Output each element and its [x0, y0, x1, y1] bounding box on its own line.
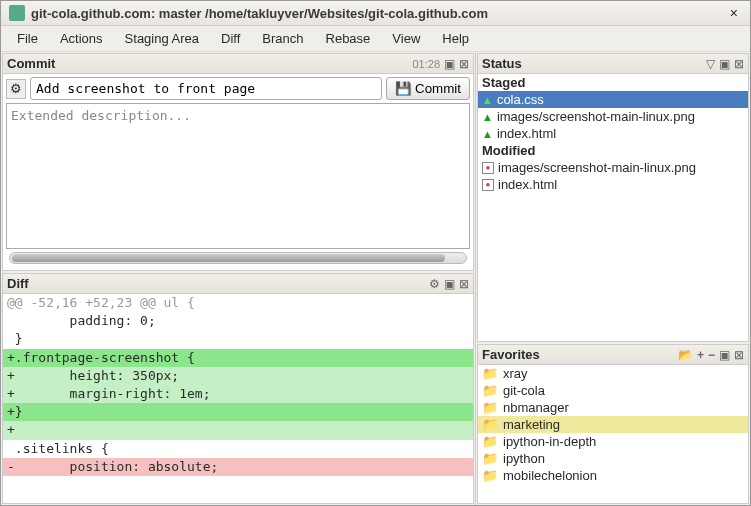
- app-icon: [9, 5, 25, 21]
- favorite-item[interactable]: 📁ipython-in-depth: [478, 433, 748, 450]
- commit-button[interactable]: 💾Commit: [386, 77, 470, 100]
- close-panel-icon[interactable]: ⊠: [734, 348, 744, 362]
- diff-line: .sitelinks {: [3, 440, 473, 458]
- menubar: FileActionsStaging AreaDiffBranchRebaseV…: [1, 26, 750, 52]
- favorite-name: xray: [503, 366, 528, 381]
- staged-icon: ▲: [482, 128, 493, 140]
- folder-icon: 📁: [482, 366, 498, 381]
- commit-summary-input[interactable]: [30, 77, 382, 100]
- gear-icon[interactable]: ⚙: [6, 79, 26, 99]
- favorite-name: nbmanager: [503, 400, 569, 415]
- window-title: git-cola.github.com: master /home/takluy…: [31, 6, 726, 21]
- favorite-item[interactable]: 📁git-cola: [478, 382, 748, 399]
- diff-line: @@ -52,16 +52,23 @@ ul {: [3, 294, 473, 312]
- commit-panel-title: Commit: [7, 56, 412, 71]
- undock-icon[interactable]: ▣: [719, 57, 730, 71]
- close-panel-icon[interactable]: ⊠: [459, 57, 469, 71]
- diff-line: }: [3, 330, 473, 348]
- diff-line: + height: 350px;: [3, 367, 473, 385]
- favorite-item[interactable]: 📁mobilechelonion: [478, 467, 748, 484]
- favorite-name: ipython-in-depth: [503, 434, 596, 449]
- folder-icon: 📁: [482, 451, 498, 466]
- file-row[interactable]: ▲cola.css: [478, 91, 748, 108]
- menu-view[interactable]: View: [382, 29, 430, 48]
- favorite-name: marketing: [503, 417, 560, 432]
- scrollbar[interactable]: [9, 252, 467, 264]
- folder-icon: 📁: [482, 400, 498, 415]
- extended-description-input[interactable]: Extended description...: [6, 103, 470, 249]
- staged-icon: ▲: [482, 94, 493, 106]
- menu-branch[interactable]: Branch: [252, 29, 313, 48]
- gear-icon[interactable]: ⚙: [429, 277, 440, 291]
- undock-icon[interactable]: ▣: [444, 277, 455, 291]
- remove-icon[interactable]: −: [708, 348, 715, 362]
- favorite-name: mobilechelonion: [503, 468, 597, 483]
- close-panel-icon[interactable]: ⊠: [459, 277, 469, 291]
- folder-icon: 📁: [482, 383, 498, 398]
- menu-help[interactable]: Help: [432, 29, 479, 48]
- filter-icon[interactable]: ▽: [706, 57, 715, 71]
- menu-actions[interactable]: Actions: [50, 29, 113, 48]
- diff-viewer[interactable]: @@ -52,16 +52,23 @@ ul { padding: 0; }+.…: [3, 294, 473, 503]
- file-row[interactable]: ●images/screenshot-main-linux.png: [478, 159, 748, 176]
- column-counter: 01:28: [412, 58, 440, 70]
- file-name: cola.css: [497, 92, 544, 107]
- titlebar: git-cola.github.com: master /home/takluy…: [1, 1, 750, 26]
- favorite-item[interactable]: 📁marketing: [478, 416, 748, 433]
- diff-line: +}: [3, 403, 473, 421]
- file-row[interactable]: ▲images/screenshot-main-linux.png: [478, 108, 748, 125]
- menu-file[interactable]: File: [7, 29, 48, 48]
- diff-line: padding: 0;: [3, 312, 473, 330]
- menu-rebase[interactable]: Rebase: [316, 29, 381, 48]
- favorite-name: ipython: [503, 451, 545, 466]
- modified-icon: ●: [482, 162, 494, 174]
- save-icon: 💾: [395, 81, 412, 96]
- diff-line: - position: absolute;: [3, 458, 473, 476]
- folder-icon: 📁: [482, 468, 498, 483]
- diff-line: +: [3, 421, 473, 439]
- folder-icon: 📁: [482, 434, 498, 449]
- favorites-list: 📁xray📁git-cola📁nbmanager📁marketing📁ipyth…: [478, 365, 748, 503]
- diff-line: +.frontpage-screenshot {: [3, 349, 473, 367]
- favorite-item[interactable]: 📁ipython: [478, 450, 748, 467]
- favorite-item[interactable]: 📁nbmanager: [478, 399, 748, 416]
- file-row[interactable]: ●index.html: [478, 176, 748, 193]
- favorites-panel-title: Favorites: [482, 347, 678, 362]
- file-name: images/screenshot-main-linux.png: [497, 109, 695, 124]
- status-panel-title: Status: [482, 56, 706, 71]
- undock-icon[interactable]: ▣: [444, 57, 455, 71]
- favorite-item[interactable]: 📁xray: [478, 365, 748, 382]
- menu-diff[interactable]: Diff: [211, 29, 250, 48]
- file-row[interactable]: ▲index.html: [478, 125, 748, 142]
- file-name: images/screenshot-main-linux.png: [498, 160, 696, 175]
- modified-icon: ●: [482, 179, 494, 191]
- diff-panel-title: Diff: [7, 276, 429, 291]
- close-icon[interactable]: ×: [726, 5, 742, 21]
- close-panel-icon[interactable]: ⊠: [734, 57, 744, 71]
- folder-icon: 📁: [482, 417, 498, 432]
- file-name: index.html: [498, 177, 557, 192]
- status-tree: Staged▲cola.css▲images/screenshot-main-l…: [478, 74, 748, 341]
- file-name: index.html: [497, 126, 556, 141]
- folder-open-icon[interactable]: 📂: [678, 348, 693, 362]
- favorite-name: git-cola: [503, 383, 545, 398]
- add-icon[interactable]: +: [697, 348, 704, 362]
- status-group[interactable]: Staged: [478, 74, 748, 91]
- menu-staging-area[interactable]: Staging Area: [115, 29, 209, 48]
- diff-line: + margin-right: 1em;: [3, 385, 473, 403]
- undock-icon[interactable]: ▣: [719, 348, 730, 362]
- staged-icon: ▲: [482, 111, 493, 123]
- status-group[interactable]: Modified: [478, 142, 748, 159]
